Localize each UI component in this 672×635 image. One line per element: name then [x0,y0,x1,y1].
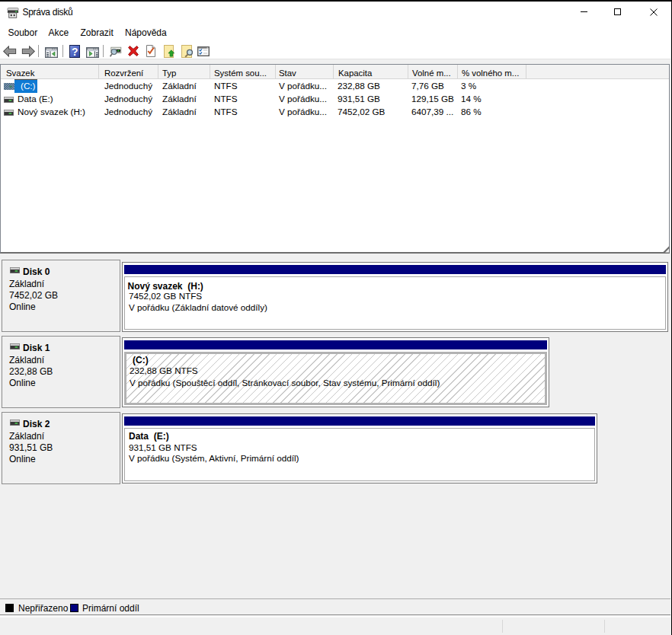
svg-text:?: ? [71,45,78,57]
